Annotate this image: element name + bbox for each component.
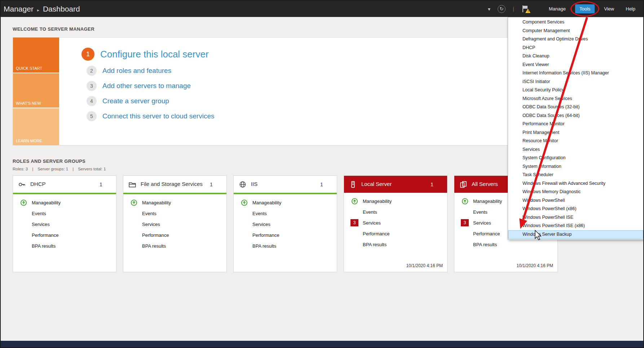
tools-menu-item-powershell[interactable]: Windows PowerShell bbox=[508, 196, 643, 205]
tools-menu-item-defragment[interactable]: Defragment and Optimize Drives bbox=[508, 35, 643, 44]
welcome-sidebar: QUICK START WHAT'S NEW LEARN MORE bbox=[13, 38, 59, 145]
tile-row-services[interactable]: Services bbox=[239, 219, 337, 230]
manageability-up-icon bbox=[19, 199, 28, 206]
tools-menu-item-powershell-ise[interactable]: Windows PowerShell ISE bbox=[508, 213, 643, 222]
tools-menu-item-print-management[interactable]: Print Management bbox=[508, 129, 643, 137]
window-bottom-edge bbox=[1, 341, 643, 347]
tab-learn-more[interactable]: LEARN MORE bbox=[13, 108, 59, 145]
step-link[interactable]: Configure this local server bbox=[100, 49, 209, 60]
tools-menu-item-odbc-64[interactable]: ODBC Data Sources (64-bit) bbox=[508, 112, 643, 120]
services-alert-badge: 3 bbox=[461, 219, 469, 226]
step-link[interactable]: Create a server group bbox=[102, 97, 169, 105]
roles-count: Roles: 3 bbox=[13, 167, 28, 171]
warning-badge: ! bbox=[528, 9, 529, 13]
tile-row-bpa[interactable]: BPA results bbox=[239, 240, 337, 251]
step-link[interactable]: Connect this server to cloud services bbox=[102, 112, 214, 120]
manageability-up-icon bbox=[350, 198, 359, 205]
tab-quick-start-label: QUICK START bbox=[16, 66, 42, 70]
manageability-up-icon bbox=[460, 198, 469, 205]
step-number: 5 bbox=[87, 111, 97, 121]
tile-row-bpa[interactable]: BPA results bbox=[19, 240, 116, 251]
tools-menu-item-system-information[interactable]: System Information bbox=[508, 162, 643, 171]
breadcrumb: Manager ▸ Dashboard bbox=[4, 5, 80, 13]
tile-row-bpa[interactable]: BPA results bbox=[460, 239, 557, 250]
dhcp-icon bbox=[18, 180, 26, 188]
titlebar-actions: ▾ ↻ | ! Manage Tools View Help bbox=[488, 4, 638, 13]
menu-manage[interactable]: Manage bbox=[547, 4, 568, 13]
tile-row-performance[interactable]: Performance bbox=[239, 230, 337, 240]
tile-count: 1 bbox=[100, 182, 102, 187]
tile-row-events[interactable]: Events bbox=[129, 208, 226, 219]
tile-row-manageability[interactable]: Manageability bbox=[239, 197, 337, 208]
role-tile-file-storage: File and Storage Services 1 Manageabilit… bbox=[123, 175, 227, 272]
tab-whats-new[interactable]: WHAT'S NEW bbox=[13, 73, 59, 107]
menu-view[interactable]: View bbox=[602, 4, 616, 13]
dropdown-caret-icon[interactable]: ▾ bbox=[488, 6, 490, 12]
tile-row-services[interactable]: Services bbox=[129, 219, 226, 230]
tools-menu-item-powershell-x86[interactable]: Windows PowerShell (x86) bbox=[508, 205, 643, 213]
tools-menu-item-odbc-32[interactable]: ODBC Data Sources (32-bit) bbox=[508, 103, 643, 112]
tools-menu-item-system-configuration[interactable]: System Configuration bbox=[508, 154, 643, 162]
tab-learn-more-label: LEARN MORE bbox=[16, 139, 42, 143]
tile-rows: Manageability Events Services Performanc… bbox=[234, 194, 337, 251]
tools-menu-item-disk-cleanup[interactable]: Disk Cleanup bbox=[508, 52, 643, 61]
tile-title[interactable]: File and Storage Services bbox=[141, 181, 206, 187]
tools-menu-item-services[interactable]: Services bbox=[508, 145, 643, 154]
tools-menu: Component Services Computer Management D… bbox=[508, 17, 644, 240]
tile-row-services[interactable]: Services bbox=[19, 219, 116, 230]
tile-row-manageability[interactable]: Manageability bbox=[129, 197, 226, 208]
tile-timestamp: 10/1/2020 4:16 PM bbox=[517, 263, 553, 268]
server-manager-window: Manager ▸ Dashboard ▾ ↻ | ! Manage Tools… bbox=[0, 0, 644, 348]
title-bar: Manager ▸ Dashboard ▾ ↻ | ! Manage Tools… bbox=[1, 1, 643, 17]
tools-menu-item-windows-server-backup[interactable]: Windows Server Backup bbox=[508, 230, 643, 239]
tile-title[interactable]: IIS bbox=[251, 181, 316, 187]
local-server-icon bbox=[349, 180, 357, 188]
menu-tools-label: Tools bbox=[579, 6, 590, 12]
tools-menu-item-event-viewer[interactable]: Event Viewer bbox=[508, 61, 643, 69]
tile-title[interactable]: Local Server bbox=[361, 181, 426, 187]
tools-menu-item-azure-services[interactable]: Microsoft Azure Services bbox=[508, 95, 643, 103]
tile-row-events[interactable]: Events bbox=[19, 208, 116, 219]
tools-menu-item-iis-manager[interactable]: Internet Information Services (IIS) Mana… bbox=[508, 69, 643, 78]
role-tile-local-server: Local Server 1 Manageability Events 3Ser… bbox=[344, 175, 447, 272]
tile-row-manageability[interactable]: Manageability bbox=[19, 197, 116, 208]
tools-menu-item-iscsi-initiator[interactable]: iSCSI Initiator bbox=[508, 78, 643, 86]
tile-row-performance[interactable]: Performance bbox=[19, 230, 116, 240]
tile-title[interactable]: DHCP bbox=[30, 181, 95, 187]
menu-tools[interactable]: Tools bbox=[575, 4, 595, 13]
tile-row-bpa[interactable]: BPA results bbox=[129, 240, 226, 251]
step-link[interactable]: Add roles and features bbox=[102, 67, 171, 75]
tile-row-performance[interactable]: Performance bbox=[129, 230, 226, 240]
tools-menu-item-powershell-ise-x86[interactable]: Windows PowerShell ISE (x86) bbox=[508, 222, 643, 230]
step-number: 3 bbox=[87, 81, 97, 91]
tile-header-dhcp[interactable]: DHCP 1 bbox=[13, 176, 116, 193]
tile-rows: Manageability Events 3Services Performan… bbox=[344, 193, 447, 250]
summary-divider: | bbox=[72, 167, 74, 171]
tools-menu-item-local-security-policy[interactable]: Local Security Policy bbox=[508, 86, 643, 95]
tile-row-events[interactable]: Events bbox=[350, 206, 447, 217]
tile-row-manageability[interactable]: Manageability bbox=[350, 196, 447, 206]
step-link[interactable]: Add other servers to manage bbox=[102, 82, 191, 90]
tab-quick-start[interactable]: QUICK START bbox=[13, 38, 59, 73]
tools-menu-item-resource-monitor[interactable]: Resource Monitor bbox=[508, 137, 643, 145]
tile-header-local-server[interactable]: Local Server 1 bbox=[344, 176, 447, 193]
tile-row-performance[interactable]: Performance bbox=[350, 228, 447, 239]
tools-menu-item-component-services[interactable]: Component Services bbox=[508, 18, 643, 27]
notifications-flag-icon[interactable]: ! bbox=[521, 5, 529, 13]
tile-row-bpa[interactable]: BPA results bbox=[350, 239, 447, 250]
tools-menu-item-windows-firewall[interactable]: Windows Firewall with Advanced Security bbox=[508, 179, 643, 188]
tile-row-services[interactable]: 3Services bbox=[350, 217, 447, 228]
tools-menu-item-dhcp[interactable]: DHCP bbox=[508, 44, 643, 52]
tile-header-iis[interactable]: IIS 1 bbox=[234, 176, 337, 193]
tile-header-file-storage[interactable]: File and Storage Services 1 bbox=[123, 176, 226, 193]
tools-menu-item-memory-diagnostic[interactable]: Windows Memory Diagnostic bbox=[508, 188, 643, 196]
tools-menu-item-task-scheduler[interactable]: Task Scheduler bbox=[508, 171, 643, 179]
breadcrumb-page[interactable]: Dashboard bbox=[43, 5, 80, 13]
menu-help[interactable]: Help bbox=[623, 4, 638, 13]
refresh-icon[interactable]: ↻ bbox=[498, 5, 506, 13]
tools-menu-item-computer-management[interactable]: Computer Management bbox=[508, 27, 643, 35]
breadcrumb-root[interactable]: Manager bbox=[4, 5, 34, 13]
tile-row-events[interactable]: Events bbox=[239, 208, 337, 219]
tools-menu-item-performance-monitor[interactable]: Performance Monitor bbox=[508, 120, 643, 129]
tab-whats-new-label: WHAT'S NEW bbox=[16, 101, 41, 105]
